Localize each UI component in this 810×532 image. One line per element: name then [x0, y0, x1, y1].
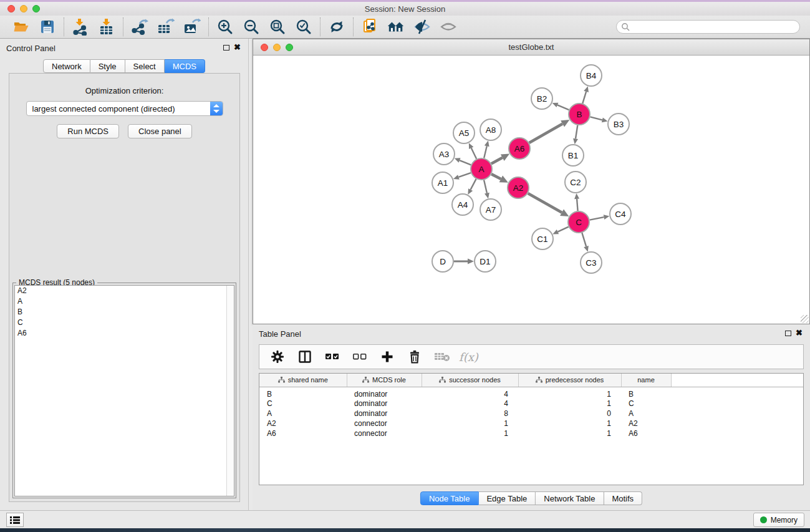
graph-node-A4[interactable]: A4 [452, 194, 473, 215]
graph-node-A8[interactable]: A8 [480, 119, 501, 140]
graph-node-A6[interactable]: A6 [509, 138, 530, 159]
graph-node-C4[interactable]: C4 [610, 203, 631, 225]
table-cell[interactable]: 8 [422, 409, 518, 418]
show-all-networks-icon[interactable] [387, 18, 405, 36]
graph-edge-A-A7[interactable] [484, 180, 487, 193]
table-cell[interactable]: dominator [347, 409, 422, 418]
tab-style[interactable]: Style [90, 59, 125, 73]
graph-edge-A-A4[interactable] [471, 179, 476, 190]
network-zoom-button[interactable] [286, 44, 293, 51]
graph-node-D[interactable]: D [432, 251, 453, 272]
close-panel-button[interactable]: Close panel [128, 124, 192, 138]
column-header-shared-name[interactable]: shared name [259, 374, 347, 387]
graph-node-A3[interactable]: A3 [433, 143, 455, 165]
graph-edge-A-A8[interactable] [484, 146, 487, 158]
graph-node-C3[interactable]: C3 [581, 252, 602, 273]
delete-column-icon[interactable] [407, 349, 423, 365]
minimize-window-button[interactable] [20, 5, 27, 12]
table-cell[interactable]: A [621, 409, 671, 418]
network-from-selection-icon[interactable] [361, 18, 378, 36]
table-cell[interactable]: dominator [347, 399, 422, 409]
result-scrollbar[interactable] [226, 286, 234, 496]
close-window-button[interactable] [7, 5, 15, 12]
column-header-name[interactable]: name [621, 374, 671, 387]
table-cell[interactable]: dominator [347, 387, 422, 399]
result-item[interactable]: C [15, 317, 234, 328]
close-panel-icon[interactable]: ✖ [234, 42, 241, 52]
table-cell[interactable]: 4 [422, 387, 518, 399]
table-cell[interactable]: C [259, 399, 347, 409]
graph-edge-A2-C[interactable] [528, 193, 562, 213]
table-cell[interactable]: 4 [422, 399, 518, 409]
close-table-panel-icon[interactable]: ✖ [796, 328, 803, 337]
column-header-mcds-role[interactable]: MCDS role [347, 374, 422, 387]
graph-edge-C-C3[interactable] [582, 233, 586, 246]
node-table[interactable]: shared nameMCDS rolesuccessor nodesprede… [259, 374, 803, 438]
export-network-icon[interactable] [131, 18, 148, 36]
graph-edge-B-B3[interactable] [590, 117, 602, 120]
table-cell[interactable]: connector [347, 418, 422, 428]
table-cell[interactable]: 1 [518, 418, 621, 428]
optimization-criterion-select[interactable]: largest connected component (directed) [26, 101, 223, 116]
graph-edge-C-C4[interactable] [590, 217, 604, 220]
graph-edge-A-A3[interactable] [460, 160, 471, 165]
mcds-result-list[interactable]: A2ABCA6 [14, 285, 234, 496]
graph-edge-C-C2[interactable] [577, 199, 577, 211]
import-table-icon[interactable] [98, 18, 115, 36]
tab-edge-table[interactable]: Edge Table [478, 491, 536, 505]
graph-node-A1[interactable]: A1 [432, 172, 453, 193]
table-row[interactable]: Cdominator41C [259, 399, 803, 409]
table-row[interactable]: Bdominator41B [259, 387, 803, 399]
table-cell[interactable]: A [259, 409, 347, 418]
run-mcds-button[interactable]: Run MCDS [57, 124, 119, 138]
task-history-button[interactable] [6, 513, 24, 527]
open-session-icon[interactable] [12, 18, 30, 36]
table-cell[interactable]: 1 [518, 428, 621, 438]
graph-edge-B-B1[interactable] [576, 125, 577, 139]
table-cell[interactable]: 1 [422, 418, 518, 428]
graph-edge-B-B4[interactable] [582, 92, 586, 104]
deselect-all-icon[interactable] [352, 349, 368, 365]
float-panel-icon[interactable] [223, 45, 229, 51]
graph-node-C1[interactable]: C1 [532, 228, 553, 249]
zoom-in-icon[interactable] [216, 18, 234, 36]
tab-select[interactable]: Select [125, 59, 165, 73]
tab-node-table[interactable]: Node Table [420, 491, 479, 505]
float-table-panel-icon[interactable] [785, 331, 791, 336]
graph-node-A[interactable]: A [471, 158, 492, 180]
tab-network-table[interactable]: Network Table [536, 491, 604, 505]
table-row[interactable]: A2connector11A2 [259, 418, 803, 428]
apply-layout-icon[interactable] [328, 18, 345, 36]
search-input[interactable] [616, 20, 800, 34]
graph-node-B1[interactable]: B1 [562, 145, 584, 166]
graph-node-B4[interactable]: B4 [581, 65, 602, 86]
table-cell[interactable]: 0 [518, 409, 621, 418]
zoom-selected-icon[interactable] [295, 18, 312, 36]
tab-mcds[interactable]: MCDS [165, 59, 205, 73]
graph-node-C2[interactable]: C2 [565, 172, 586, 193]
table-cell[interactable]: B [621, 387, 671, 399]
result-item[interactable]: A [15, 296, 234, 307]
table-cell[interactable]: 1 [518, 387, 621, 399]
graph-edge-A-A1[interactable] [458, 173, 471, 177]
graph-edge-B-B2[interactable] [557, 105, 569, 110]
import-network-icon[interactable] [72, 18, 89, 36]
tab-motifs[interactable]: Motifs [604, 491, 642, 505]
network-window-titlebar[interactable]: testGlobe.txt [253, 39, 809, 56]
table-cell[interactable]: A6 [259, 428, 347, 438]
save-session-icon[interactable] [39, 18, 56, 36]
split-panel-icon[interactable] [297, 349, 313, 365]
graph-edge-A6-B[interactable] [529, 123, 562, 143]
graph-edge-C-C1[interactable] [557, 227, 568, 232]
memory-button[interactable]: Memory [753, 513, 804, 527]
graph-node-C[interactable]: C [568, 211, 589, 233]
column-header-predecessor-nodes[interactable]: predecessor nodes [518, 374, 621, 387]
result-item[interactable]: A2 [15, 286, 234, 296]
graph-node-B[interactable]: B [569, 104, 590, 125]
table-cell[interactable]: A2 [621, 418, 671, 428]
graph-node-A2[interactable]: A2 [508, 177, 529, 198]
network-graph[interactable]: B4B2BB3A5A8A6A3B1AA1C2A2A4A7C4CC1C3DD1 [253, 56, 809, 324]
zoom-fit-icon[interactable] [269, 18, 286, 36]
graph-edge-A-A5[interactable] [471, 148, 476, 158]
table-cell[interactable]: A2 [259, 418, 347, 428]
